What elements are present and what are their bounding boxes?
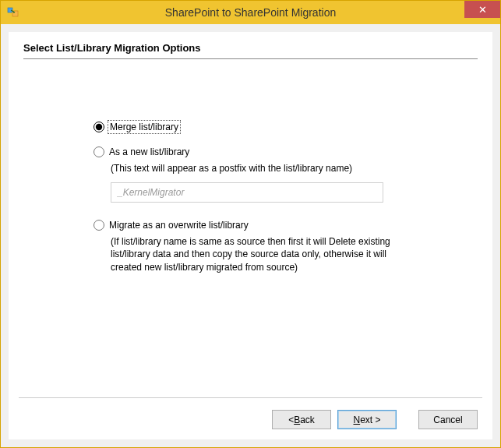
cancel-button-label: Cancel — [433, 414, 462, 425]
overwrite-option-hint: (If list/library name is same as source … — [111, 235, 407, 273]
radio-merge[interactable]: Merge list/library — [93, 122, 478, 132]
button-bar: < Back Next > Cancel — [272, 410, 478, 429]
back-button-hotkey: B — [294, 414, 300, 425]
option-merge: Merge list/library — [93, 122, 478, 132]
postfix-input[interactable]: _KernelMigrator — [111, 182, 383, 203]
close-button[interactable]: ✕ — [464, 1, 500, 18]
footer-divider — [19, 397, 482, 398]
radio-merge-label: Merge list/library — [109, 122, 179, 132]
page-heading: Select List/Library Migration Options — [23, 42, 478, 58]
next-button-rest: ext > — [360, 414, 380, 425]
option-overwrite: Migrate as an overwrite list/library (If… — [93, 220, 478, 273]
cancel-button[interactable]: Cancel — [418, 410, 478, 429]
radio-new[interactable]: As a new list/library — [93, 146, 478, 157]
dialog-window: SharePoint to SharePoint Migration ✕ Sel… — [0, 0, 501, 448]
content-panel: Select List/Library Migration Options Me… — [9, 32, 492, 439]
new-option-hint: (This text will appear as a postfix with… — [111, 162, 407, 175]
radio-new-input[interactable] — [93, 146, 104, 157]
radio-new-label: As a new list/library — [109, 146, 189, 157]
radio-overwrite-label: Migrate as an overwrite list/library — [109, 220, 249, 231]
postfix-input-value: _KernelMigrator — [118, 187, 184, 198]
options-group: Merge list/library As a new list/library… — [23, 59, 478, 287]
radio-overwrite[interactable]: Migrate as an overwrite list/library — [93, 220, 478, 231]
back-button[interactable]: < Back — [272, 410, 331, 429]
close-icon: ✕ — [478, 4, 487, 16]
window-title: SharePoint to SharePoint Migration — [1, 6, 500, 19]
option-new: As a new list/library (This text will ap… — [93, 146, 478, 203]
radio-merge-input[interactable] — [93, 122, 104, 132]
app-icon — [7, 6, 19, 19]
back-button-rest: ack — [300, 414, 315, 425]
titlebar: SharePoint to SharePoint Migration ✕ — [1, 1, 500, 24]
next-button-hotkey: N — [353, 414, 360, 425]
next-button[interactable]: Next > — [337, 410, 397, 429]
radio-overwrite-input[interactable] — [93, 220, 104, 231]
back-button-prefix: < — [288, 414, 294, 425]
